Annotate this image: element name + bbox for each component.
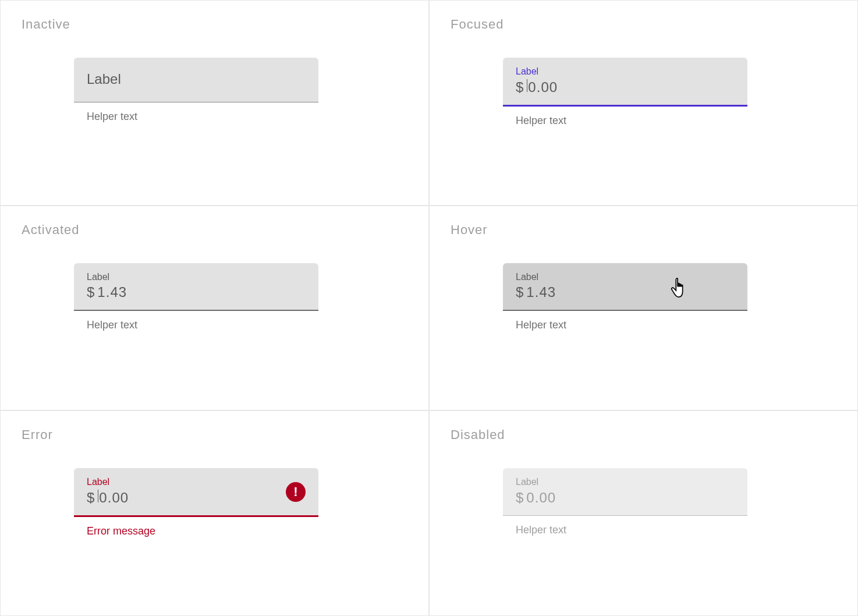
field-label: Label [516, 476, 735, 488]
field-value-row: $ 0.00 [516, 490, 735, 506]
helper-text: Helper text [516, 524, 747, 536]
field-label: Label [87, 476, 306, 488]
currency-prefix: $ [516, 79, 524, 95]
currency-prefix: $ [87, 490, 95, 506]
text-field-states-grid: Inactive Label Helper text Focused Label… [0, 0, 858, 616]
field-label: Label [87, 70, 306, 88]
field-underline [503, 310, 747, 311]
currency-prefix: $ [516, 490, 524, 506]
text-field-disabled-wrap: Label $ 0.00 Helper text [503, 468, 747, 536]
text-field-focused-wrap: Label $ 0.00 Helper text [503, 58, 747, 127]
field-value: 1.43 [526, 284, 556, 300]
field-value-row: $ 0.00 [516, 79, 735, 95]
field-value: 0.00 [99, 490, 129, 506]
field-value: 0.00 [528, 79, 558, 95]
text-field-error-wrap: Label $ 0.00 ! Error message [74, 468, 318, 537]
text-field-hover-wrap: Label $ 1.43 Helper text [503, 263, 747, 332]
field-value: 1.43 [97, 284, 127, 300]
text-caret-icon [527, 79, 527, 92]
field-label: Label [516, 66, 735, 78]
state-title-disabled: Disabled [451, 427, 836, 442]
state-title-hover: Hover [451, 222, 836, 238]
field-underline-error [74, 515, 318, 517]
field-underline [74, 102, 318, 102]
state-title-focused: Focused [451, 17, 836, 32]
field-value-row: $ 1.43 [516, 284, 735, 300]
currency-prefix: $ [87, 284, 95, 300]
text-field-activated[interactable]: Label $ 1.43 [74, 263, 318, 310]
field-underline-disabled [503, 515, 747, 516]
error-message: Error message [87, 525, 318, 537]
state-title-error: Error [22, 427, 407, 442]
state-hover-cell: Hover Label $ 1.43 Helper text [429, 206, 858, 411]
field-underline [74, 310, 318, 311]
error-icon: ! [286, 482, 306, 502]
field-underline-focused [503, 105, 747, 107]
text-field-inactive[interactable]: Label [74, 58, 318, 102]
field-value-row: $ 0.00 [87, 490, 306, 506]
state-error-cell: Error Label $ 0.00 ! Error message [0, 410, 429, 616]
field-value: 0.00 [526, 490, 556, 506]
text-field-inactive-wrap: Label Helper text [74, 58, 318, 123]
state-inactive-cell: Inactive Label Helper text [0, 0, 429, 206]
helper-text: Helper text [87, 319, 318, 331]
text-field-error[interactable]: Label $ 0.00 ! [74, 468, 318, 515]
text-field-focused[interactable]: Label $ 0.00 [503, 58, 747, 105]
helper-text: Helper text [516, 115, 747, 127]
state-focused-cell: Focused Label $ 0.00 Helper text [429, 0, 858, 206]
field-label: Label [516, 271, 735, 284]
field-value-row: $ 1.43 [87, 284, 306, 300]
state-title-activated: Activated [22, 222, 407, 238]
helper-text: Helper text [516, 319, 747, 331]
text-field-activated-wrap: Label $ 1.43 Helper text [74, 263, 318, 332]
state-disabled-cell: Disabled Label $ 0.00 Helper text [429, 410, 858, 616]
currency-prefix: $ [516, 284, 524, 300]
field-label: Label [87, 271, 306, 284]
text-caret-icon [98, 490, 98, 502]
text-field-disabled: Label $ 0.00 [503, 468, 747, 515]
helper-text: Helper text [87, 111, 318, 123]
state-title-inactive: Inactive [22, 17, 407, 32]
state-activated-cell: Activated Label $ 1.43 Helper text [0, 206, 429, 411]
text-field-hover[interactable]: Label $ 1.43 [503, 263, 747, 310]
